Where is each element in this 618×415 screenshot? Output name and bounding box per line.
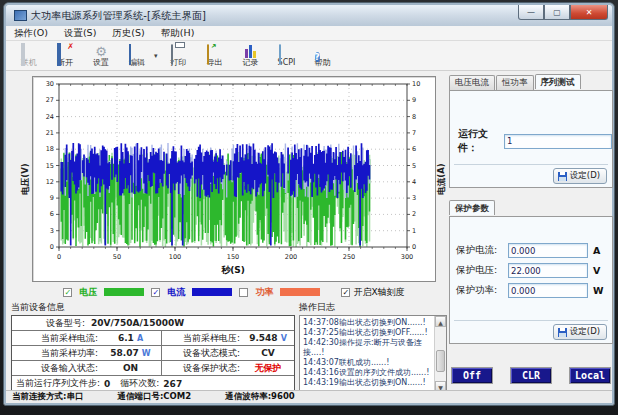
- svg-text:24: 24: [46, 113, 54, 121]
- power-checkbox[interactable]: [239, 288, 248, 297]
- current-axis-label: 电流(A): [436, 76, 448, 282]
- current-legend-label: 电流: [167, 286, 185, 299]
- x-axis-scale-toggle[interactable]: ✓ 开启X轴刻度: [341, 286, 404, 299]
- device-info-title: 当前设备信息: [11, 301, 295, 314]
- protect-power-input[interactable]: [508, 283, 588, 298]
- sample-voltage-value: 9.548: [249, 333, 277, 343]
- scpi-button[interactable]: SCPI: [270, 42, 304, 70]
- local-button[interactable]: Local: [569, 367, 611, 384]
- record-button[interactable]: 记录: [234, 42, 268, 70]
- disconnect-button[interactable]: ✗ 断开: [48, 42, 82, 70]
- svg-text:18: 18: [46, 145, 54, 153]
- sample-power-value: 58.07: [110, 348, 138, 358]
- protection-set-button[interactable]: 设定(D): [553, 324, 607, 340]
- log-scrollbar[interactable]: ▲ ▼: [434, 316, 446, 392]
- edit-dropdown-arrow[interactable]: ▾: [154, 52, 158, 60]
- protect-power-unit: W: [593, 285, 603, 296]
- tab-constant-power[interactable]: 恒功率: [496, 75, 534, 90]
- protect-voltage-unit: V: [593, 265, 600, 276]
- sample-current-unit: A: [137, 334, 143, 343]
- voltage-axis-label: 电压(V): [20, 76, 32, 282]
- window-controls: — ▢ ✕: [518, 5, 608, 20]
- settings-button[interactable]: ⚙ 设置: [84, 42, 118, 70]
- disconnect-icon: ✗: [57, 45, 73, 58]
- off-button[interactable]: Off: [451, 367, 493, 384]
- protection-group: 保护参数 保护电流: A 保护电压: V 保护功率:: [449, 201, 613, 344]
- operation-log-box: 14:37:08输出状态切换到ON......! 14:37:25输出状态切换到…: [299, 315, 447, 393]
- svg-text:21: 21: [46, 129, 54, 137]
- app-icon: [14, 10, 27, 21]
- protect-voltage-label: 保护电压:: [456, 264, 508, 277]
- power-legend-label: 功率: [255, 286, 273, 299]
- protection-body: 保护电流: A 保护电压: V 保护功率: W: [449, 216, 613, 344]
- tab-sequence-test[interactable]: 序列测试: [535, 74, 581, 89]
- voltage-checkbox[interactable]: ✓: [63, 288, 72, 297]
- x-axis-scale-label: 开启X轴刻度: [353, 286, 404, 299]
- table-row: 当前运行序列文件步: 0 循环次数: 267: [12, 376, 294, 391]
- input-state-value: ON: [100, 361, 162, 375]
- current-swatch: [192, 288, 232, 296]
- list-item[interactable]: 14:43:16设置的序列文件成功......!: [303, 368, 431, 378]
- maximize-button[interactable]: ▢: [544, 5, 570, 20]
- tab-voltage-current[interactable]: 电压电流: [449, 75, 495, 90]
- legend-row: ✓ 电压 ✓ 电流 功率 ✓ 开启X轴刻度: [20, 285, 448, 299]
- client-area: 电压(V) 0369121518212427300123456789100501…: [6, 71, 612, 391]
- svg-text:0: 0: [50, 243, 54, 251]
- protect-voltage-input[interactable]: [508, 263, 588, 278]
- device-mode-label: 设备状态模式:: [162, 346, 242, 360]
- clr-button[interactable]: CLR: [510, 367, 552, 384]
- scrollbar-thumb[interactable]: [436, 350, 445, 372]
- current-checkbox[interactable]: ✓: [151, 288, 160, 297]
- voltage-swatch: [104, 288, 144, 296]
- chart-svg[interactable]: 0369121518212427300123456789100501001502…: [32, 76, 436, 282]
- protect-power-label: 保护功率:: [456, 284, 508, 297]
- svg-text:5: 5: [412, 162, 416, 170]
- save-icon: [558, 172, 567, 181]
- model-label: 设备型号:: [46, 317, 85, 330]
- baud-rate-status: 通信波特率:9600: [225, 391, 295, 403]
- svg-text:100: 100: [169, 253, 181, 261]
- edit-button[interactable]: 编辑: [120, 42, 154, 70]
- export-button[interactable]: 导出: [198, 42, 232, 70]
- menu-history[interactable]: 历史(S): [112, 27, 144, 40]
- svg-text:27: 27: [46, 96, 54, 104]
- svg-text:8: 8: [412, 113, 416, 121]
- title-bar[interactable]: 大功率电源系列管理系统-[系统主界面] — ▢ ✕: [6, 5, 612, 26]
- scroll-up-icon[interactable]: ▲: [435, 316, 446, 327]
- sequence-set-button[interactable]: 设定(D): [553, 168, 607, 184]
- connection-type-status: 当前连接方式:串口: [12, 391, 83, 403]
- x-axis-scale-checkbox[interactable]: ✓: [341, 288, 350, 297]
- svg-text:4: 4: [412, 178, 416, 186]
- protect-current-input[interactable]: [508, 243, 588, 258]
- svg-text:秒(S): 秒(S): [220, 265, 245, 275]
- menu-operation[interactable]: 操作(O): [14, 27, 48, 40]
- svg-text:0: 0: [57, 253, 61, 261]
- menu-settings[interactable]: 设置(S): [64, 27, 96, 40]
- svg-text:10: 10: [412, 80, 420, 88]
- list-item[interactable]: 14:43:19输出状态切换到ON......!: [303, 378, 431, 388]
- svg-text:9: 9: [412, 96, 416, 104]
- help-button[interactable]: ? 帮助: [306, 42, 340, 70]
- minimize-button[interactable]: —: [518, 5, 544, 20]
- svg-text:1: 1: [412, 227, 416, 235]
- run-file-input[interactable]: [504, 134, 612, 149]
- tab-protection-params[interactable]: 保护参数: [449, 200, 495, 215]
- list-item[interactable]: 14:37:08输出状态切换到ON......!: [303, 318, 431, 328]
- list-item[interactable]: 14:42:30操作提示:断开与设备连接....!: [303, 338, 431, 358]
- sample-voltage-label: 当前采样电压:: [162, 331, 242, 345]
- connect-button[interactable]: 联机: [12, 42, 46, 70]
- menu-help[interactable]: 帮助(H): [161, 27, 195, 40]
- list-item[interactable]: 14:43:07联机成功......!: [303, 358, 431, 368]
- print-button[interactable]: 打印: [162, 42, 196, 70]
- loop-count-label: 循环次数:: [120, 377, 159, 390]
- close-button[interactable]: ✕: [570, 5, 608, 20]
- list-item[interactable]: 14:37:25输出状态切换到OFF......!: [303, 328, 431, 338]
- svg-text:3: 3: [412, 194, 416, 202]
- seq-step-value: 0: [104, 379, 110, 389]
- svg-text:2: 2: [412, 210, 416, 218]
- app-window: 大功率电源系列管理系统-[系统主界面] — ▢ ✕ 操作(O) 设置(S) 历史…: [3, 2, 615, 406]
- power-swatch: [280, 288, 320, 296]
- operation-log-list[interactable]: 14:37:08输出状态切换到ON......! 14:37:25输出状态切换到…: [301, 317, 433, 391]
- protect-state-value: 无保护: [242, 361, 294, 375]
- sample-voltage-unit: V: [281, 334, 287, 343]
